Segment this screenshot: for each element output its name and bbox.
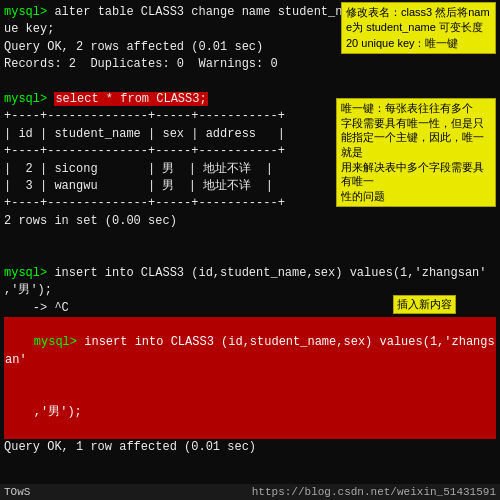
cancel-text: -> ^C <box>4 301 69 315</box>
prompt-6: mysql> <box>4 92 47 106</box>
line-insert-2b: ,'男'); <box>4 387 496 439</box>
line-blank-1 <box>4 230 496 247</box>
comment-box-2: 唯一键：每张表往往有多个字段需要具有唯一性，但是只能指定一个主键，因此，唯一就是… <box>336 98 496 207</box>
query-ok-2: Query OK, 1 row affected (0.01 sec) <box>4 440 256 454</box>
line-rows-1: 2 rows in set (0.00 sec) <box>4 213 496 230</box>
line-insert-2: mysql> insert into CLASS3 (id,student_na… <box>4 317 496 387</box>
terminal-window: mysql> alter table CLASS3 change name st… <box>0 0 500 500</box>
footer-right: https://blog.csdn.net/weixin_51431591 <box>252 486 496 498</box>
footer-left: TOwS <box>4 486 30 498</box>
prompt-insert-1: mysql> <box>4 266 47 280</box>
comment-box-1: 修改表名：class3 然后将name为 student_name 可变长度 2… <box>341 2 496 54</box>
insert-cmd-2b: ,'男'); <box>34 405 82 419</box>
line-blank-3 <box>4 456 496 473</box>
select-cmd-1: select * from CLASS3; <box>54 92 207 106</box>
text-4: Records: 2 Duplicates: 0 Warnings: 0 <box>4 57 278 71</box>
prompt-1: mysql> <box>4 5 47 19</box>
insert-cmd-1b: ,'男'); <box>4 283 52 297</box>
insert-cmd-1: insert into CLASS3 (id,student_name,sex)… <box>47 266 486 280</box>
text-2: ue key; <box>4 22 54 36</box>
insert-cmd-2: insert into CLASS3 (id,student_name,sex)… <box>5 335 495 366</box>
comment-box-3: 插入新内容 <box>393 295 456 314</box>
line-5 <box>4 74 496 91</box>
prompt-insert-2: mysql> <box>34 335 77 349</box>
text-3: Query OK, 2 rows affected (0.01 sec) <box>4 40 263 54</box>
footer-bar: TOwS https://blog.csdn.net/weixin_514315… <box>0 484 500 500</box>
line-insert-1: mysql> insert into CLASS3 (id,student_na… <box>4 265 496 282</box>
line-4: Records: 2 Duplicates: 0 Warnings: 0 <box>4 56 496 73</box>
line-query-ok-2: Query OK, 1 row affected (0.01 sec) <box>4 439 496 456</box>
line-blank-2 <box>4 247 496 264</box>
